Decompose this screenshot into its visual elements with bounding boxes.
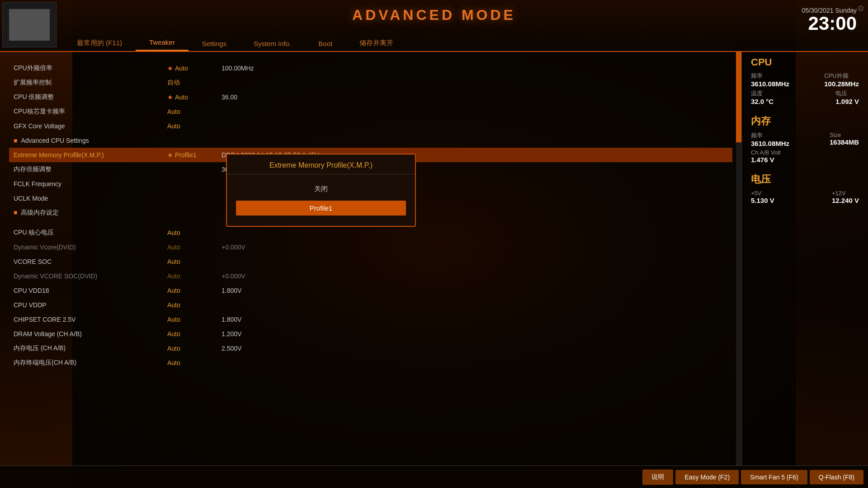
value-cpu-vdd18: Auto (167, 287, 222, 294)
value-dram-volt: Auto (167, 330, 222, 338)
row-dvid-soc[interactable]: Dynamic VCORE SOC(DVID) Auto +0.000V (14, 269, 728, 283)
row-spread-spectrum[interactable]: 扩展频率控制 自动 (14, 75, 728, 90)
extra-cpu-base-clock: 100.00MHz (222, 65, 254, 72)
label-gfx-volt: GFX Core Voltage (14, 122, 167, 130)
v5-value: 5.130 V (751, 197, 774, 204)
cpu-volt-label: 电压 (835, 89, 859, 98)
label-mem-ratio: 内存倍频调整 (14, 165, 167, 174)
tab-settings[interactable]: Settings (189, 36, 240, 51)
extra-dram-volt: 1.200V (222, 330, 241, 338)
row-chipset-core[interactable]: CHIPSET CORE 2.5V Auto 1.800V (14, 312, 728, 327)
btn-easy-mode[interactable]: Easy Mode (F2) (675, 470, 739, 484)
xmp-popup-modal[interactable]: Extreme Memory Profile(X.M.P.) 关闭 Profil… (226, 154, 416, 227)
extra-cpu-ratio: 36.00 (222, 94, 237, 101)
header: ADVANCED MODE ⚙ 05/30/2021 Sunday 23:00 … (0, 0, 868, 52)
label-dvid-soc: Dynamic VCORE SOC(DVID) (14, 272, 167, 280)
info-panel: CPU 频率 3610.08MHz CPU外频 100.28MHz 温度 32.… (741, 52, 868, 465)
btn-qflash[interactable]: Q-Flash (F8) (810, 470, 863, 484)
btn-smart-fan[interactable]: Smart Fan 5 (F6) (741, 470, 807, 484)
row-cpu-base-clock[interactable]: CPU外频倍率 ★Auto 100.00MHz (14, 61, 728, 75)
label-advanced-cpu: Advanced CPU Settings (14, 137, 167, 144)
value-mem-volt: Auto (167, 345, 222, 352)
popup-option-off[interactable]: 关闭 (236, 181, 406, 197)
label-cpu-ratio: CPU 倍频调整 (14, 93, 167, 101)
v12-value: 12.240 V (832, 197, 859, 204)
row-mem-term-volt[interactable]: 内存终端电压(CH A/B) Auto (14, 356, 728, 370)
tab-boot[interactable]: Boot (305, 36, 346, 51)
volt-section-title: 电压 (751, 173, 859, 186)
popup-options: 关闭 Profile1 (227, 174, 415, 226)
cpu-volt-value: 1.092 V (835, 98, 859, 105)
label-mem-term-volt: 内存终端电压(CH A/B) (14, 359, 167, 367)
label-igpu-freq: CPU核芯显卡频率 (14, 108, 167, 116)
value-spread-spectrum: 自动 (167, 79, 222, 87)
row-cpu-vdd18[interactable]: CPU VDD18 Auto 1.800V (14, 283, 728, 298)
cpu-info-section: CPU 频率 3610.08MHz CPU外频 100.28MHz 温度 32.… (751, 56, 859, 105)
v12-label: +12V (832, 190, 859, 197)
label-cpu-core-volt: CPU 核心电压 (14, 229, 167, 237)
mem-size-label: Size (830, 131, 859, 138)
btn-help[interactable]: 说明 (642, 469, 673, 485)
popup-title: Extreme Memory Profile(X.M.P.) (227, 155, 415, 174)
cpu-temp-label: 温度 (751, 89, 774, 98)
value-dvid: Auto (167, 244, 222, 251)
row-gfx-volt[interactable]: GFX Core Voltage Auto (14, 119, 728, 133)
cpu-temp-row: 温度 32.0 °C 电压 1.092 V (751, 89, 859, 105)
cpu-ext-freq-label: CPU外频 (824, 72, 859, 80)
mem-freq-row: 频率 3610.08MHz Size 16384MB (751, 131, 859, 147)
label-chipset-core: CHIPSET CORE 2.5V (14, 316, 167, 323)
row-dvid[interactable]: Dynamic Vcore(DVID) Auto +0.000V (14, 240, 728, 254)
row-cpu-core-volt[interactable]: CPU 核心电压 Auto (14, 225, 728, 240)
mem-volt-value: 1.476 V (751, 156, 781, 164)
row-advanced-cpu[interactable]: Advanced CPU Settings (14, 133, 728, 148)
tab-tweaker[interactable]: Tweaker (136, 35, 189, 51)
value-cpu-base-clock: ★Auto (167, 65, 222, 72)
mem-volt-row: Ch A/B Volt 1.476 V (751, 149, 859, 164)
mem-info-section: 内存 频率 3610.08MHz Size 16384MB Ch A/B Vol… (751, 114, 859, 164)
tab-save-exit[interactable]: 储存并离开 (346, 35, 407, 51)
row-vcore-soc[interactable]: VCORE SOC Auto (14, 254, 728, 269)
cpu-freq-row: 频率 3610.08MHz CPU外频 100.28MHz (751, 72, 859, 88)
extra-dvid: +0.000V (222, 244, 245, 251)
label-dram-volt: DRAM Voltage (CH A/B) (14, 330, 167, 338)
value-gfx-volt: Auto (167, 122, 222, 130)
row-cpu-vddp[interactable]: CPU VDDP Auto (14, 298, 728, 312)
main-content: CPU外频倍率 ★Auto 100.00MHz 扩展频率控制 自动 CPU 倍频… (0, 52, 868, 465)
label-mem-volt: 内存电压 (CH A/B) (14, 344, 167, 352)
row-cpu-ratio[interactable]: CPU 倍频调整 ★Auto 36.00 (14, 90, 728, 104)
cpu-section-title: CPU (751, 56, 859, 68)
settings-panel: CPU外频倍率 ★Auto 100.00MHz 扩展频率控制 自动 CPU 倍频… (0, 52, 741, 465)
mem-volt-label: Ch A/B Volt (751, 149, 781, 156)
value-cpu-core-volt: Auto (167, 229, 222, 236)
extra-chipset-core: 1.800V (222, 316, 241, 323)
v5-label: +5V (751, 190, 774, 197)
tab-frequent[interactable]: 最常用的 (F11) (63, 35, 136, 51)
scrollbar[interactable] (736, 52, 741, 465)
datetime: 05/30/2021 Sunday 23:00 (802, 7, 857, 33)
bottom-toolbar: 说明 Easy Mode (F2) Smart Fan 5 (F6) Q-Fla… (0, 465, 868, 488)
label-cpu-vdd18: CPU VDD18 (14, 287, 167, 294)
gear-icon[interactable]: ⚙ (857, 4, 864, 14)
page-title: ADVANCED MODE (352, 7, 516, 23)
value-vcore-soc: Auto (167, 258, 222, 265)
row-igpu-freq[interactable]: CPU核芯显卡频率 Auto (14, 104, 728, 119)
label-xmp: Extreme Memory Profile(X.M.P.) (14, 151, 167, 159)
mem-freq-value: 3610.08MHz (751, 140, 789, 147)
label-cpu-vddp: CPU VDDP (14, 301, 167, 309)
row-dram-volt[interactable]: DRAM Voltage (CH A/B) Auto 1.200V (14, 327, 728, 341)
logo (9, 9, 50, 41)
cpu-freq-label: 频率 (751, 72, 789, 80)
label-advanced-mem: 高级内存设定 (14, 209, 167, 217)
nav-tabs: 最常用的 (F11) Tweaker Settings System Info.… (63, 33, 778, 51)
scrollbar-thumb[interactable] (736, 52, 741, 142)
tab-sysinfo[interactable]: System Info. (240, 36, 305, 51)
label-spread-spectrum: 扩展频率控制 (14, 79, 167, 87)
label-vcore-soc: VCORE SOC (14, 258, 167, 265)
value-cpu-ratio: ★Auto (167, 94, 222, 101)
mem-size-value: 16384MB (830, 138, 859, 146)
row-mem-volt[interactable]: 内存电压 (CH A/B) Auto 2.500V (14, 341, 728, 356)
popup-option-profile1[interactable]: Profile1 (236, 201, 406, 216)
value-chipset-core: Auto (167, 316, 222, 323)
label-dvid: Dynamic Vcore(DVID) (14, 244, 167, 251)
label-cpu-base-clock: CPU外频倍率 (14, 64, 167, 72)
